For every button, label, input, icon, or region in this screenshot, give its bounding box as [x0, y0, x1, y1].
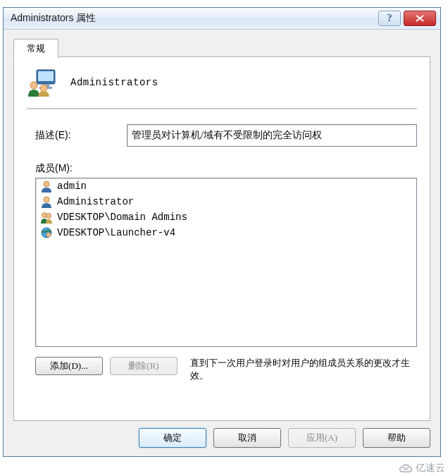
properties-dialog: Administrators 属性 ? 常规 Admini	[3, 7, 441, 457]
apply-button: 应用(A)	[288, 428, 356, 448]
svg-point-5	[40, 85, 47, 92]
help-button[interactable]: ?	[378, 11, 401, 26]
list-item[interactable]: VDESKTOP\Launcher-v4	[36, 225, 416, 240]
general-panel: Administrators 描述(E): 成员(M): admin Admin…	[13, 56, 430, 421]
description-row: 描述(E):	[14, 110, 430, 147]
description-label: 描述(E):	[35, 129, 127, 142]
svg-point-12	[404, 468, 406, 470]
svg-point-11	[46, 233, 51, 237]
member-name: Administrator	[57, 196, 134, 207]
titlebar: Administrators 属性 ?	[4, 8, 440, 30]
list-buttons-row: 添加(D)... 删除(R) 直到下一次用户登录时对用户的组成员关系的更改才生效…	[14, 347, 430, 382]
member-name: VDESKTOP\Domain Admins	[57, 212, 187, 223]
svg-point-4	[30, 82, 37, 89]
membership-note: 直到下一次用户登录时对用户的组成员关系的更改才生效。	[185, 357, 417, 382]
group-name: Administrators	[70, 77, 158, 88]
dialog-footer: 确定 取消 应用(A) 帮助	[139, 428, 430, 448]
svg-point-9	[46, 214, 51, 219]
user-icon	[40, 195, 53, 208]
list-item[interactable]: admin	[36, 178, 416, 194]
svg-rect-1	[38, 71, 54, 81]
globe-icon	[40, 226, 53, 239]
member-name: VDESKTOP\Launcher-v4	[57, 227, 175, 238]
members-list[interactable]: admin Administrator VDESKTOP\Domain Admi…	[35, 178, 417, 347]
description-input[interactable]	[127, 124, 417, 147]
list-item[interactable]: Administrator	[36, 194, 416, 209]
group-header: Administrators	[14, 57, 430, 104]
watermark-text: 亿速云	[416, 462, 445, 475]
cloud-icon	[399, 463, 413, 474]
close-button[interactable]	[404, 11, 436, 26]
client-area: 常规 Administrators 描述(E):	[4, 30, 440, 456]
svg-point-7	[44, 197, 49, 202]
tab-strip: 常规	[13, 38, 58, 56]
close-icon	[416, 15, 424, 22]
ok-button[interactable]: 确定	[139, 428, 206, 448]
group-icon	[40, 211, 53, 224]
remove-button: 删除(R)	[110, 357, 178, 375]
members-label: 成员(M):	[14, 147, 430, 178]
add-button[interactable]: 添加(D)...	[35, 357, 103, 375]
user-icon	[40, 180, 53, 193]
member-name: admin	[57, 181, 87, 192]
group-icon	[27, 68, 58, 97]
window-title: Administrators 属性	[11, 12, 375, 25]
svg-point-6	[44, 181, 49, 187]
tab-general[interactable]: 常规	[13, 39, 58, 59]
svg-point-13	[406, 468, 408, 470]
help-button-footer[interactable]: 帮助	[363, 428, 430, 448]
watermark: 亿速云	[396, 460, 448, 476]
cancel-button[interactable]: 取消	[213, 428, 281, 448]
list-item[interactable]: VDESKTOP\Domain Admins	[36, 209, 416, 225]
